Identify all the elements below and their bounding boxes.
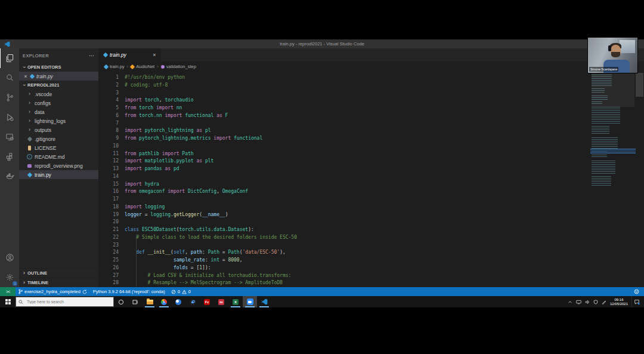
error-count: 0 [178, 289, 180, 294]
chevron-right-icon: › [29, 91, 30, 97]
minimap[interactable] [592, 73, 634, 287]
file-name: data [35, 109, 45, 115]
windows-logo-icon [5, 299, 11, 304]
outline-section[interactable]: ›OUTLINE [19, 268, 98, 278]
tab-bar: train.py × [98, 48, 644, 61]
file-tree-item[interactable]: › reprodl_overview.png [19, 161, 98, 170]
file-tree-item[interactable]: › outputs [19, 125, 98, 134]
file-type-icon [27, 164, 32, 168]
participant-name-label: Simone Scardapane [589, 67, 618, 72]
sync-icon [82, 290, 87, 294]
search-input[interactable] [26, 299, 100, 304]
pen-icon[interactable] [602, 300, 606, 304]
chrome-icon[interactable] [157, 296, 171, 307]
chevron-right-icon: › [29, 118, 30, 124]
file-tree-item[interactable]: › train.py [19, 170, 98, 179]
vscode-taskbar-icon[interactable] [257, 296, 271, 307]
file-explorer-icon[interactable] [143, 296, 157, 307]
docker-icon[interactable] [0, 167, 19, 186]
vscode-logo-icon [4, 41, 10, 47]
display-icon[interactable] [576, 300, 581, 304]
symbol-icon [104, 64, 109, 69]
tray-chevron-icon[interactable] [568, 300, 572, 304]
shield-icon[interactable] [593, 300, 598, 304]
problems-item[interactable]: 0 0 [168, 289, 194, 294]
blue-app-icon[interactable] [171, 296, 185, 307]
tab-train-py[interactable]: train.py × [98, 48, 161, 61]
search-icon[interactable] [0, 68, 19, 88]
tray-time: 09:16 [610, 298, 628, 302]
explorer-sidebar: EXPLORER ⋯ ›OPEN EDITORS × train.py ›REP… [19, 48, 98, 287]
timeline-section[interactable]: ›TIMELINE [19, 278, 98, 287]
task-view-icon[interactable] [128, 296, 143, 307]
file-tree-item[interactable]: › configs [19, 98, 98, 107]
chevron-right-icon: › [29, 109, 30, 115]
excel-icon[interactable]: X [228, 296, 243, 307]
scrollbar-thumb[interactable] [636, 73, 643, 97]
search-icon [18, 300, 23, 304]
branch-name: exercise2_hydra_completed [24, 289, 80, 294]
file-tree-item[interactable]: › lightning_logs [19, 116, 98, 125]
warning-count: 0 [188, 289, 191, 294]
breadcrumb-separator-icon: › [127, 64, 129, 69]
chevron-right-icon: › [29, 100, 30, 106]
filezilla-icon[interactable]: Fz [200, 296, 214, 307]
symbol-icon [130, 64, 135, 69]
file-name: .vscode [35, 91, 52, 97]
run-debug-icon[interactable] [0, 107, 19, 127]
volume-icon[interactable] [585, 300, 590, 304]
breadcrumb: › train.py › AudioNet › validation_step [98, 61, 644, 72]
letterbox-bottom [0, 307, 644, 354]
project-root-header[interactable]: ›REPRODL2021 [19, 81, 98, 90]
file-name: LICENSE [35, 145, 56, 151]
file-type-icon [28, 146, 31, 150]
more-actions-icon[interactable]: ⋯ [89, 53, 95, 59]
editor-group: train.py × › train.py › AudioNet › [98, 48, 644, 287]
red-m-app-icon[interactable]: m [214, 296, 228, 307]
errors-icon [171, 290, 176, 294]
branch-icon [18, 289, 23, 294]
file-tree-item[interactable]: › LICENSE [19, 143, 98, 152]
tray-clock[interactable]: 09:16 12/05/2021 [610, 298, 628, 306]
taskbar-search[interactable] [16, 297, 114, 307]
close-icon[interactable]: × [23, 73, 29, 79]
explorer-icon[interactable] [0, 48, 20, 68]
source-control-icon[interactable] [0, 88, 19, 107]
remote-explorer-icon[interactable] [0, 127, 19, 147]
window-title: train.py - reprodl2021 - Visual Studio C… [0, 41, 644, 47]
git-branch-item[interactable]: exercise2_hydra_completed [16, 289, 90, 294]
webcam-overlay[interactable]: Simone Scardapane [587, 37, 638, 73]
breadcrumb-item[interactable]: › train.py [104, 64, 125, 69]
file-name: README.md [35, 154, 65, 160]
windows-taskbar: Fz m X 09:16 12/05/2021 [0, 296, 644, 307]
code-lines: 1#!/usr/bin/env python2# coding: utf-834… [98, 74, 644, 287]
settings-badge: 1 [13, 281, 17, 286]
zoom-app-icon[interactable] [243, 296, 257, 307]
breadcrumb-separator-icon: › [157, 64, 159, 69]
python-interpreter-item[interactable]: Python 3.9.2 64-bit ('reprodl': conda) [90, 289, 168, 294]
breadcrumb-item[interactable]: › validation_step [154, 64, 196, 69]
code-editor[interactable]: 1#!/usr/bin/env python2# coding: utf-834… [98, 72, 644, 287]
file-name: .gitignore [35, 136, 55, 142]
remote-indicator[interactable]: >< [0, 287, 16, 296]
breadcrumb-item[interactable]: › AudioNet [125, 64, 155, 69]
open-editors-header[interactable]: ›OPEN EDITORS [19, 63, 98, 72]
open-editor-train-py[interactable]: × train.py [19, 72, 98, 81]
file-tree-item[interactable]: › README.md [19, 152, 98, 161]
account-icon[interactable] [0, 248, 19, 267]
file-tree-item[interactable]: › data [19, 107, 98, 116]
feedback-smiley-icon[interactable] [631, 289, 644, 294]
extensions-icon[interactable] [0, 147, 19, 167]
warnings-icon [182, 290, 187, 294]
password-lock-app-icon[interactable] [185, 296, 200, 307]
file-name: configs [35, 100, 51, 106]
file-tree-item[interactable]: › .gitignore [19, 134, 98, 143]
cortana-icon[interactable] [114, 296, 128, 307]
file-tree-item[interactable]: › .vscode [19, 90, 98, 98]
tab-close-icon[interactable]: × [151, 52, 157, 58]
settings-gear-icon[interactable]: 1 [0, 267, 19, 287]
file-type-icon [27, 154, 32, 159]
open-editor-label: train.py [36, 73, 53, 79]
action-center-icon[interactable] [631, 296, 642, 307]
start-button[interactable] [0, 296, 16, 307]
